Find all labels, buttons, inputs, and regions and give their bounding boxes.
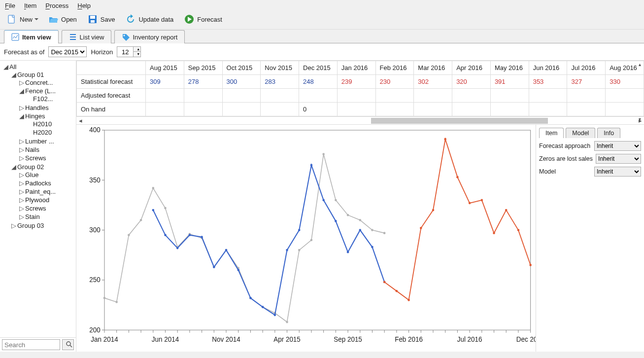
- grid-cell[interactable]: [375, 89, 414, 103]
- horizon-spinner[interactable]: ▲▼: [117, 46, 141, 57]
- chevron-down-icon[interactable]: ◢: [11, 163, 16, 171]
- tree-concrete[interactable]: ▷Concret...: [19, 78, 75, 87]
- prop-tab-item[interactable]: Item: [539, 128, 564, 138]
- tree-screws-2[interactable]: ▷Screws: [19, 204, 75, 213]
- grid-cell[interactable]: [414, 89, 452, 103]
- chevron-right-icon[interactable]: ▷: [19, 171, 24, 179]
- chevron-right-icon[interactable]: ▷: [11, 222, 16, 229]
- chevron-right-icon[interactable]: ▷: [19, 196, 24, 204]
- grid-cell[interactable]: 300: [222, 75, 261, 89]
- save-button[interactable]: Save: [86, 13, 117, 25]
- menu-process[interactable]: Process: [45, 2, 68, 9]
- grid-cell[interactable]: [375, 103, 414, 116]
- grid-cell[interactable]: [337, 89, 375, 103]
- menu-file[interactable]: File: [5, 2, 15, 9]
- grid-cell[interactable]: 0: [299, 103, 338, 116]
- grid-cell[interactable]: [222, 89, 261, 103]
- tree-padlocks[interactable]: ▷Padlocks: [19, 179, 75, 187]
- grid-cell[interactable]: 248: [299, 75, 338, 89]
- grid-cell[interactable]: [529, 103, 567, 116]
- zeros-select[interactable]: Inherit: [596, 154, 641, 164]
- chevron-down-icon[interactable]: ◢: [19, 112, 24, 120]
- tab-list-view[interactable]: List view: [62, 30, 112, 43]
- forecast-button[interactable]: Forecast: [182, 13, 224, 25]
- tree-hinges[interactable]: ◢Hinges H2010 H2020: [19, 112, 75, 137]
- grid-cell[interactable]: [146, 103, 184, 116]
- chevron-right-icon[interactable]: ▷: [19, 213, 24, 220]
- scroll-left-icon[interactable]: ◂: [76, 117, 84, 124]
- chevron-down-icon[interactable]: ◢: [3, 63, 8, 71]
- tree-paint-eq[interactable]: ▷Paint_eq...: [19, 187, 75, 196]
- tree-all[interactable]: ◢All ◢Group 01 ▷Concret... ◢Fence (L... …: [3, 63, 75, 230]
- tree-f102[interactable]: F102...: [27, 95, 75, 103]
- tab-inventory-report[interactable]: Inventory report: [114, 30, 185, 43]
- tree-stain[interactable]: ▷Stain: [19, 213, 75, 221]
- tree-h2020[interactable]: H2020: [27, 128, 75, 137]
- grid-cell[interactable]: 327: [567, 75, 606, 89]
- menu-help[interactable]: Help: [77, 2, 91, 9]
- grid-cell[interactable]: 320: [452, 75, 491, 89]
- prop-tab-model[interactable]: Model: [566, 128, 595, 138]
- grid-cell[interactable]: [414, 103, 452, 116]
- tree-screws-1[interactable]: ▷Screws: [19, 154, 75, 162]
- item-tree[interactable]: ◢All ◢Group 01 ▷Concret... ◢Fence (L... …: [0, 61, 76, 337]
- grid-cell[interactable]: 353: [529, 75, 567, 89]
- forecast-as-of-select[interactable]: Dec 2015: [48, 46, 87, 57]
- tree-plywood[interactable]: ▷Plywood: [19, 196, 75, 204]
- grid-cell[interactable]: 278: [184, 75, 222, 89]
- chevron-right-icon[interactable]: ▷: [19, 138, 24, 145]
- tree-nails[interactable]: ▷Nails: [19, 145, 75, 154]
- tab-item-view[interactable]: Item view: [4, 30, 59, 43]
- menu-item[interactable]: Item: [24, 2, 36, 9]
- search-input[interactable]: [2, 339, 60, 350]
- grid-cell[interactable]: [606, 89, 644, 103]
- grid-cell[interactable]: 239: [337, 75, 375, 89]
- prop-tab-info[interactable]: Info: [597, 128, 620, 138]
- grid-cell[interactable]: [452, 89, 491, 103]
- update-data-button[interactable]: Update data: [124, 13, 175, 25]
- grid-cell[interactable]: [606, 103, 644, 116]
- tree-h2010[interactable]: H2010: [27, 120, 75, 128]
- tree-fence[interactable]: ◢Fence (L... F102...: [19, 87, 75, 104]
- new-button[interactable]: New: [5, 13, 39, 25]
- grid-cell[interactable]: [452, 103, 491, 116]
- search-button[interactable]: [62, 339, 74, 350]
- grid-cell[interactable]: [184, 103, 222, 116]
- grid-cell[interactable]: 230: [375, 75, 414, 89]
- chevron-right-icon[interactable]: ▷: [19, 146, 24, 153]
- chevron-down-icon[interactable]: ◢: [11, 71, 16, 78]
- chevron-right-icon[interactable]: ▷: [19, 179, 24, 187]
- grid-cell[interactable]: [337, 103, 375, 116]
- model-select[interactable]: Inherit: [594, 167, 641, 177]
- tree-handles[interactable]: ▷Handles: [19, 104, 75, 112]
- grid-cell[interactable]: [222, 103, 261, 116]
- grid-scroll-down[interactable]: ▾: [636, 116, 643, 123]
- grid-cell[interactable]: 283: [261, 75, 299, 89]
- grid-cell[interactable]: 302: [414, 75, 452, 89]
- open-button[interactable]: Open: [46, 13, 79, 25]
- chevron-right-icon[interactable]: ▷: [19, 104, 24, 111]
- grid-cell[interactable]: [529, 89, 567, 103]
- grid-cell[interactable]: [490, 89, 529, 103]
- chevron-right-icon[interactable]: ▷: [19, 79, 24, 86]
- grid-cell[interactable]: [146, 89, 184, 103]
- grid-cell[interactable]: 391: [490, 75, 529, 89]
- grid-cell[interactable]: [184, 89, 222, 103]
- tree-glue[interactable]: ▷Glue: [19, 171, 75, 179]
- tree-group-03[interactable]: ▷Group 03: [11, 221, 75, 230]
- grid-hscroll[interactable]: ◂ ▸: [76, 116, 644, 124]
- horizon-down[interactable]: ▼: [134, 52, 140, 57]
- scroll-thumb[interactable]: [371, 118, 547, 124]
- grid-cell[interactable]: [299, 89, 338, 103]
- grid-cell[interactable]: [567, 103, 606, 116]
- grid-cell[interactable]: [567, 89, 606, 103]
- horizon-up[interactable]: ▲: [134, 47, 140, 52]
- grid-cell[interactable]: [261, 89, 299, 103]
- grid-scroll-up[interactable]: ▴: [636, 62, 643, 69]
- chevron-right-icon[interactable]: ▷: [19, 154, 24, 162]
- grid-cell[interactable]: [490, 103, 529, 116]
- grid-cell[interactable]: 309: [146, 75, 184, 89]
- forecast-approach-select[interactable]: Inherit: [594, 141, 641, 151]
- horizon-input[interactable]: [117, 46, 134, 57]
- grid-cell[interactable]: 330: [606, 75, 644, 89]
